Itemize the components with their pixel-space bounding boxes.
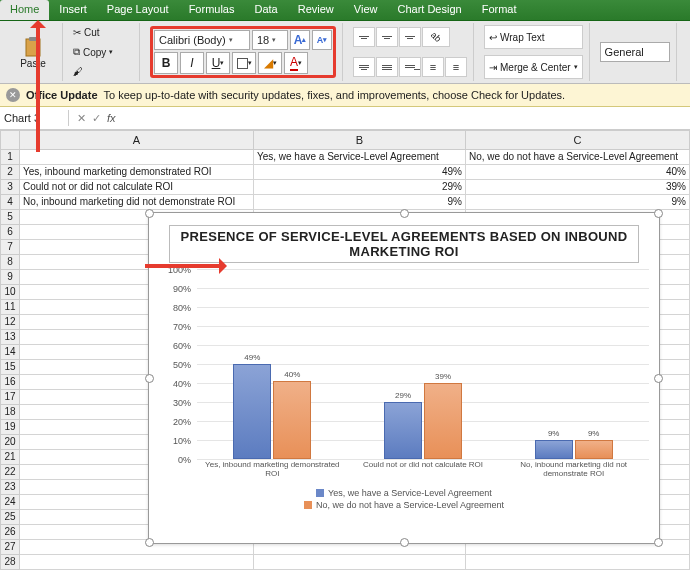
font-color-button[interactable]: A▾ [284,52,308,74]
resize-handle[interactable] [145,374,154,383]
cut-button[interactable]: ✂Cut [73,27,133,38]
row-header[interactable]: 14 [0,345,20,360]
row-header[interactable]: 5 [0,210,20,225]
tab-chart-design[interactable]: Chart Design [387,0,471,20]
cell[interactable] [466,555,690,570]
row-header[interactable]: 11 [0,300,20,315]
row-header[interactable]: 26 [0,525,20,540]
align-top-button[interactable] [353,27,375,47]
cell[interactable]: 9% [254,195,466,210]
indent-increase-button[interactable]: ≡ [445,57,467,77]
tab-formulas[interactable]: Formulas [179,0,245,20]
grow-font-button[interactable]: A▴ [290,30,310,50]
merge-center-button[interactable]: ⇥Merge & Center▾ [484,55,583,79]
border-button[interactable]: ▾ [232,52,256,74]
row-header[interactable]: 16 [0,375,20,390]
resize-handle[interactable] [654,538,663,547]
resize-handle[interactable] [654,374,663,383]
align-bottom-button[interactable] [399,27,421,47]
row-header[interactable]: 13 [0,330,20,345]
resize-handle[interactable] [654,209,663,218]
resize-handle[interactable] [400,538,409,547]
wrap-text-button[interactable]: ↩Wrap Text [484,25,583,49]
cell[interactable]: No, inbound marketing did not demonstrat… [20,195,254,210]
row-header[interactable]: 6 [0,225,20,240]
row-header[interactable]: 22 [0,465,20,480]
format-painter-button[interactable]: 🖌 [73,66,133,77]
row-header[interactable]: 23 [0,480,20,495]
cell[interactable]: 40% [466,165,690,180]
align-middle-button[interactable] [376,27,398,47]
name-box[interactable]: Chart 3 [0,110,69,126]
font-name-select[interactable]: Calibri (Body)▾ [154,30,250,50]
row-header[interactable]: 24 [0,495,20,510]
row-header[interactable]: 1 [0,150,20,165]
cell[interactable]: 39% [466,180,690,195]
tab-page-layout[interactable]: Page Layout [97,0,179,20]
cell[interactable] [254,555,466,570]
cell[interactable]: Could not or did not calculate ROI [20,180,254,195]
row-header[interactable]: 19 [0,420,20,435]
tab-review[interactable]: Review [288,0,344,20]
close-icon[interactable]: ✕ [6,88,20,102]
row-header[interactable]: 2 [0,165,20,180]
number-format-select[interactable]: General [600,42,670,62]
fx-icon[interactable]: fx [107,112,116,125]
indent-decrease-button[interactable]: ≡ [422,57,444,77]
align-left-button[interactable] [353,57,375,77]
cell[interactable]: No, we do not have a Service-Level Agree… [466,150,690,165]
row-header[interactable]: 7 [0,240,20,255]
align-right-button[interactable] [399,57,421,77]
row-header[interactable]: 21 [0,450,20,465]
row-header[interactable]: 8 [0,255,20,270]
row-header[interactable]: 4 [0,195,20,210]
col-header-a[interactable]: A [20,130,254,150]
chart-plot-area[interactable]: 100%90%80%70%60%50%40%30%20%10%0%49%40%2… [197,269,649,459]
cell[interactable]: 49% [254,165,466,180]
enter-icon[interactable]: ✓ [92,112,101,125]
orientation-button[interactable]: ab [422,27,450,47]
cancel-icon[interactable]: ✕ [77,112,86,125]
row-header[interactable]: 3 [0,180,20,195]
font-size-select[interactable]: 18▾ [252,30,288,50]
tab-data[interactable]: Data [244,0,287,20]
chart-bar[interactable]: 40% [273,381,311,459]
worksheet[interactable]: A B C 1Yes, we have a Service-Level Agre… [0,130,690,570]
chart-bar[interactable]: 29% [384,402,422,459]
cell[interactable]: 29% [254,180,466,195]
cell[interactable]: 9% [466,195,690,210]
row-header[interactable]: 9 [0,270,20,285]
cell[interactable] [20,150,254,165]
cell[interactable] [20,555,254,570]
chart-bar[interactable]: 9% [535,440,573,459]
shrink-font-button[interactable]: A▾ [312,30,332,50]
resize-handle[interactable] [145,209,154,218]
row-header[interactable]: 20 [0,435,20,450]
align-center-button[interactable] [376,57,398,77]
tab-view[interactable]: View [344,0,388,20]
row-header[interactable]: 17 [0,390,20,405]
italic-button[interactable]: I [180,52,204,74]
select-all-corner[interactable] [0,130,20,150]
row-header[interactable]: 15 [0,360,20,375]
fill-color-button[interactable]: ◢▾ [258,52,282,74]
row-header[interactable]: 27 [0,540,20,555]
chart-bar[interactable]: 9% [575,440,613,459]
chart-bar[interactable]: 49% [233,364,271,459]
row-header[interactable]: 12 [0,315,20,330]
cell[interactable]: Yes, inbound marketing demonstrated ROI [20,165,254,180]
row-header[interactable]: 18 [0,405,20,420]
chart-title[interactable]: PRESENCE OF SERVICE-LEVEL AGREEMENTS BAS… [169,225,639,263]
paste-button[interactable]: Paste [10,36,56,69]
copy-button[interactable]: ⧉Copy▾ [73,46,133,58]
chart-bar[interactable]: 39% [424,383,462,459]
underline-button[interactable]: U▾ [206,52,230,74]
tab-insert[interactable]: Insert [49,0,97,20]
cell[interactable]: Yes, we have a Service-Level Agreement [254,150,466,165]
row-header[interactable]: 28 [0,555,20,570]
tab-format[interactable]: Format [472,0,527,20]
bold-button[interactable]: B [154,52,178,74]
row-header[interactable]: 10 [0,285,20,300]
col-header-c[interactable]: C [466,130,690,150]
resize-handle[interactable] [400,209,409,218]
